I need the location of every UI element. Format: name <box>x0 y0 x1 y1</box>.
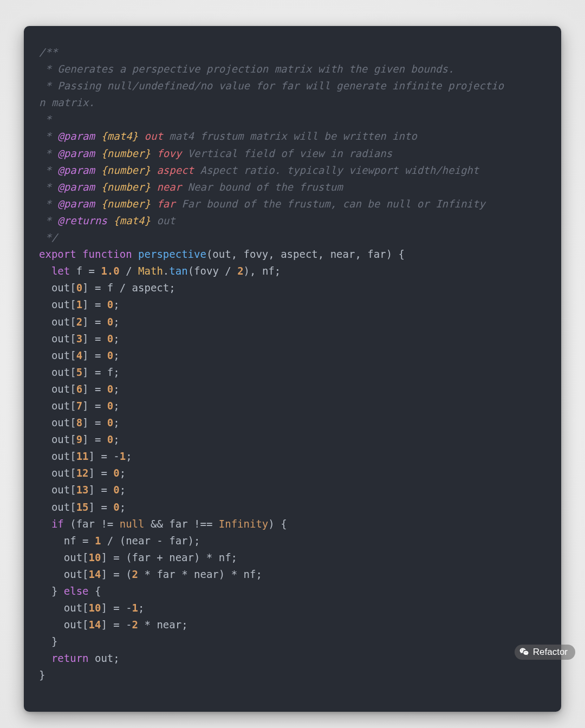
wechat-icon <box>519 647 530 658</box>
code-token: near <box>157 181 181 193</box>
code-token <box>39 518 51 530</box>
code-line: out[0] = f / aspect; <box>39 282 176 294</box>
code-line: out[14] = (2 * far * near) * nf; <box>39 568 262 580</box>
code-token: ] = <box>82 298 107 310</box>
code-token: ] = ( <box>101 568 132 580</box>
code-token: 0 <box>113 484 119 496</box>
code-token: 0 <box>76 282 82 294</box>
code-token <box>138 130 144 142</box>
code-token: Vertical field of view in radians <box>181 147 392 159</box>
code-line: nf = 1 / (near - far); <box>39 535 200 547</box>
code-token: mat4 frustum matrix will be written into <box>163 130 417 142</box>
code-token: out[ <box>39 568 89 580</box>
code-token: && far !== <box>145 518 219 530</box>
code-token: out[ <box>39 619 89 630</box>
code-token: Math <box>138 265 163 277</box>
code-token: {mat4} <box>101 130 138 142</box>
code-token <box>95 130 101 142</box>
code-token: 1 <box>120 450 126 462</box>
code-token: ; <box>113 433 119 445</box>
code-token: 0 <box>107 383 113 395</box>
code-token <box>151 198 157 210</box>
code-token: * <box>39 214 57 226</box>
code-token: out; <box>89 652 120 664</box>
code-token: Aspect ratio. typically viewport width/h… <box>194 164 479 176</box>
code-token: 0 <box>113 501 119 513</box>
code-token: else <box>64 585 89 597</box>
code-token: ] = <box>82 417 107 428</box>
code-token: (far != <box>64 518 120 530</box>
code-token: 2 <box>132 619 138 630</box>
code-line: out[4] = 0; <box>39 349 120 361</box>
code-line: * @returns {mat4} out <box>39 214 176 226</box>
code-token: * <box>39 130 57 142</box>
code-token: if <box>51 518 64 530</box>
code-token: ] = - <box>89 450 120 462</box>
code-token: ; <box>113 383 119 395</box>
code-token: 2 <box>237 265 243 277</box>
code-token: 11 <box>76 450 89 462</box>
code-line: out[14] = -2 * near; <box>39 619 188 630</box>
code-token: 0 <box>107 433 113 445</box>
code-block: /** * Generates a perspective projection… <box>39 46 504 681</box>
code-token: 8 <box>76 417 82 428</box>
code-token: ] = <box>89 501 114 513</box>
code-line: * @param {number} far Far bound of the f… <box>39 198 485 210</box>
code-token: out[ <box>39 383 76 395</box>
code-token: ] = <box>82 433 107 445</box>
code-token: @param <box>57 181 95 193</box>
code-token: } <box>39 585 64 597</box>
code-token: 10 <box>89 602 101 614</box>
code-token: null <box>120 518 145 530</box>
code-token: ; <box>120 501 126 513</box>
code-token: 12 <box>76 467 89 479</box>
code-token: out[ <box>39 349 76 361</box>
code-token: Infinity <box>219 518 269 530</box>
code-line: out[6] = 0; <box>39 383 120 395</box>
code-token: ; <box>120 467 126 479</box>
code-token: 1 <box>76 298 82 310</box>
code-token: {number} <box>101 181 151 193</box>
code-token: {number} <box>101 147 151 159</box>
code-line: * @param {number} near Near bound of the… <box>39 181 343 193</box>
code-token <box>95 164 101 176</box>
code-token: 1 <box>95 535 101 547</box>
code-line: } <box>39 669 45 681</box>
code-token: 3 <box>76 333 82 344</box>
code-token: * Passing null/undefined/no value for fa… <box>39 80 504 92</box>
code-line: out[8] = 0; <box>39 417 120 428</box>
code-token: 6 <box>76 383 82 395</box>
code-token: 0 <box>107 417 113 428</box>
code-token: ] = <box>89 467 114 479</box>
code-token: 1 <box>132 602 138 614</box>
code-token: 10 <box>89 551 101 563</box>
watermark-pill: Refactor <box>515 645 575 660</box>
code-token: out <box>151 214 176 226</box>
code-token: 7 <box>76 400 82 412</box>
code-token: n matrix. <box>39 96 95 108</box>
code-token: 0 <box>107 316 113 328</box>
code-line: * <box>39 113 51 125</box>
code-token: @param <box>57 164 95 176</box>
code-token: ) { <box>268 518 287 530</box>
code-line: out[3] = 0; <box>39 333 120 344</box>
code-line: } else { <box>39 585 101 597</box>
code-token: out[ <box>39 298 76 310</box>
code-token: out <box>145 130 163 142</box>
code-token: ; <box>113 417 119 428</box>
code-token: } <box>39 669 45 681</box>
code-line: out[15] = 0; <box>39 501 126 513</box>
code-line: out[1] = 0; <box>39 298 120 310</box>
code-line: * @param {number} aspect Aspect ratio. t… <box>39 164 479 176</box>
code-line: * Passing null/undefined/no value for fa… <box>39 80 504 92</box>
code-token: 0 <box>107 349 113 361</box>
code-token: / <box>120 265 138 277</box>
code-token: ; <box>113 316 119 328</box>
code-line: let f = 1.0 / Math.tan(fovy / 2), nf; <box>39 265 281 277</box>
code-token: * far * near) * nf; <box>138 568 262 580</box>
code-token: out[ <box>39 602 89 614</box>
code-token: Near bound of the frustum <box>181 181 342 193</box>
code-token: ; <box>120 484 126 496</box>
code-token: far <box>157 198 175 210</box>
code-line: out[10] = -1; <box>39 602 145 614</box>
